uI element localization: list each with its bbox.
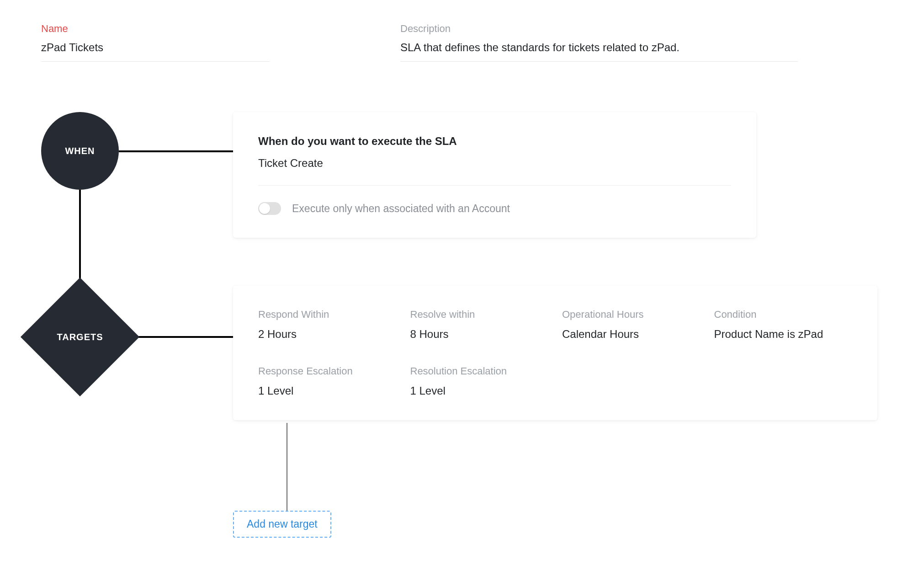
connector-line	[133, 336, 233, 338]
add-new-target-label: Add new target	[247, 518, 318, 530]
response-escalation-cell: Response Escalation 1 Level	[258, 365, 397, 397]
connector-line	[287, 423, 287, 514]
when-card-title: When do you want to execute the SLA	[258, 135, 731, 148]
targets-node[interactable]: TARGETS	[21, 278, 139, 396]
resolve-within-cell: Resolve within 8 Hours	[410, 309, 549, 341]
sla-diagram: WHEN TARGETS When do you want to execute…	[41, 112, 883, 546]
respond-within-label: Respond Within	[258, 309, 397, 321]
operational-hours-cell: Operational Hours Calendar Hours	[562, 309, 701, 341]
add-new-target-button[interactable]: Add new target	[233, 511, 331, 538]
operational-hours-label: Operational Hours	[562, 309, 701, 321]
resolution-escalation-value: 1 Level	[410, 385, 549, 397]
description-label: Description	[400, 23, 798, 35]
targets-node-label: TARGETS	[57, 332, 103, 342]
account-toggle[interactable]	[258, 202, 281, 215]
when-node[interactable]: WHEN	[41, 112, 119, 190]
targets-grid: Respond Within 2 Hours Resolve within 8 …	[258, 309, 852, 397]
name-field: Name zPad Tickets	[41, 23, 270, 62]
respond-within-cell: Respond Within 2 Hours	[258, 309, 397, 341]
when-card-value: Ticket Create	[258, 157, 731, 186]
description-value[interactable]: SLA that defines the standards for ticke…	[400, 41, 798, 62]
description-field: Description SLA that defines the standar…	[400, 23, 798, 62]
connector-line	[119, 150, 233, 152]
resolve-within-value: 8 Hours	[410, 328, 549, 341]
response-escalation-label: Response Escalation	[258, 365, 397, 377]
response-escalation-value: 1 Level	[258, 385, 397, 397]
condition-cell: Condition Product Name is zPad	[714, 309, 853, 341]
operational-hours-value: Calendar Hours	[562, 328, 701, 341]
respond-within-value: 2 Hours	[258, 328, 397, 341]
condition-value: Product Name is zPad	[714, 328, 853, 341]
resolve-within-label: Resolve within	[410, 309, 549, 321]
when-node-label: WHEN	[65, 146, 95, 156]
resolution-escalation-label: Resolution Escalation	[410, 365, 549, 377]
name-label: Name	[41, 23, 270, 35]
resolution-escalation-cell: Resolution Escalation 1 Level	[410, 365, 549, 397]
account-toggle-row: Execute only when associated with an Acc…	[258, 202, 731, 215]
condition-label: Condition	[714, 309, 853, 321]
header-row: Name zPad Tickets Description SLA that d…	[41, 23, 883, 62]
account-toggle-label: Execute only when associated with an Acc…	[292, 203, 510, 215]
name-value[interactable]: zPad Tickets	[41, 41, 270, 62]
when-card[interactable]: When do you want to execute the SLA Tick…	[233, 112, 756, 238]
targets-card[interactable]: Respond Within 2 Hours Resolve within 8 …	[233, 286, 877, 420]
